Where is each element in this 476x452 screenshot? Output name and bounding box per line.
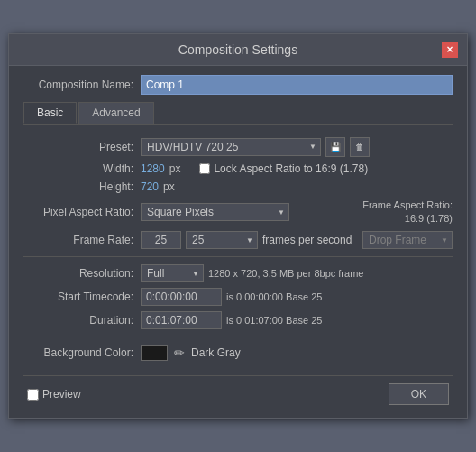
frame-rate-unit: frames per second <box>262 234 352 246</box>
start-timecode-row: Start Timecode: is 0:00:00:00 Base 25 <box>23 288 453 306</box>
bottom-row: Preview OK <box>23 375 453 409</box>
resolution-label: Resolution: <box>23 267 141 280</box>
drop-frame-select[interactable]: Drop Frame <box>362 231 453 249</box>
form-section: Preset: HDV/HDTV 720 25 💾 🗑 <box>23 134 453 371</box>
resolution-select[interactable]: Full <box>141 264 204 282</box>
bg-color-swatch[interactable] <box>141 345 168 361</box>
width-value-col: 1280 px Lock Aspect Ratio to 16:9 (1.78) <box>141 162 453 175</box>
ok-button[interactable]: OK <box>389 383 449 405</box>
frame-rate-dropdown[interactable]: 25 <box>186 231 258 249</box>
pixel-aspect-select-wrapper: Square Pixels <box>141 203 289 221</box>
resolution-select-wrapper: Full <box>141 264 204 282</box>
resolution-row: Resolution: Full 1280 x 720, 3.5 MB per … <box>23 264 453 282</box>
preset-label: Preset: <box>23 141 141 153</box>
preset-save-button[interactable]: 💾 <box>325 137 345 157</box>
frame-rate-value-col: 25 frames per second Drop Frame <box>141 231 453 249</box>
preview-checkbox-wrapper: Preview <box>27 388 81 401</box>
preset-delete-button[interactable]: 🗑 <box>350 137 370 157</box>
pixel-aspect-value-col: Square Pixels Frame Aspect Ratio: 16:9 (… <box>141 198 453 226</box>
width-value[interactable]: 1280 <box>141 162 165 175</box>
start-timecode-label: Start Timecode: <box>23 291 141 303</box>
height-value-col: 720 px <box>141 180 453 193</box>
tab-basic[interactable]: Basic <box>23 102 77 124</box>
lock-aspect-checkbox[interactable] <box>199 163 210 174</box>
frame-rate-label: Frame Rate: <box>23 234 141 246</box>
frame-aspect-value: 16:9 (1.78) <box>405 213 453 224</box>
height-row: Height: 720 px <box>23 180 453 193</box>
start-timecode-input[interactable] <box>141 288 222 306</box>
separator <box>23 256 453 257</box>
preset-value-col: HDV/HDTV 720 25 💾 🗑 <box>141 137 453 157</box>
tabs: Basic Advanced <box>23 102 453 125</box>
duration-row: Duration: is 0:01:07:00 Base 25 <box>23 311 453 329</box>
resolution-info: 1280 x 720, 3.5 MB per 8bpc frame <box>208 268 363 279</box>
dialog-body: Composition Name: Basic Advanced Preset:… <box>9 66 467 419</box>
dialog-title: Composition Settings <box>34 42 442 57</box>
eyedropper-icon: ✏ <box>174 346 185 360</box>
preset-select[interactable]: HDV/HDTV 720 25 <box>141 138 321 156</box>
save-preset-icon: 💾 <box>330 142 341 152</box>
duration-value-col: is 0:01:07:00 Base 25 <box>141 311 453 329</box>
duration-input[interactable] <box>141 311 222 329</box>
lock-aspect-label: Lock Aspect Ratio to 16:9 (1.78) <box>214 162 368 175</box>
preview-label: Preview <box>42 388 81 401</box>
duration-label: Duration: <box>23 314 141 327</box>
width-label: Width: <box>23 162 141 175</box>
width-row: Width: 1280 px Lock Aspect Ratio to 16:9… <box>23 162 453 175</box>
height-unit: px <box>163 180 175 193</box>
delete-preset-icon: 🗑 <box>355 142 364 152</box>
frame-aspect-info: Frame Aspect Ratio: 16:9 (1.78) <box>362 198 453 226</box>
duration-info: is 0:01:07:00 Base 25 <box>226 315 322 326</box>
bg-color-name: Dark Gray <box>191 346 241 359</box>
pixel-aspect-label: Pixel Aspect Ratio: <box>23 206 141 218</box>
start-timecode-value-col: is 0:00:00:00 Base 25 <box>141 288 453 306</box>
close-button[interactable]: × <box>442 42 458 58</box>
comp-name-input[interactable] <box>141 75 453 95</box>
height-label: Height: <box>23 180 141 193</box>
preset-select-wrapper: HDV/HDTV 720 25 <box>141 138 321 156</box>
preview-checkbox[interactable] <box>27 389 39 401</box>
frame-rate-row: Frame Rate: 25 frames per second Drop Fr… <box>23 231 453 249</box>
width-unit: px <box>169 162 181 175</box>
pixel-aspect-select[interactable]: Square Pixels <box>141 203 289 221</box>
tab-advanced[interactable]: Advanced <box>78 102 153 124</box>
comp-name-label: Composition Name: <box>23 78 141 91</box>
lock-aspect-wrapper: Lock Aspect Ratio to 16:9 (1.78) <box>199 162 368 175</box>
resolution-value-col: Full 1280 x 720, 3.5 MB per 8bpc frame <box>141 264 453 282</box>
height-value[interactable]: 720 <box>141 180 159 193</box>
frame-rate-dropdown-wrapper: 25 <box>186 231 258 249</box>
drop-frame-select-wrapper: Drop Frame <box>362 231 453 249</box>
pixel-aspect-row: Pixel Aspect Ratio: Square Pixels Frame … <box>23 198 453 226</box>
bg-color-value-col: ✏ Dark Gray <box>141 345 453 361</box>
title-bar: Composition Settings × <box>9 34 467 66</box>
bg-color-row: Background Color: ✏ Dark Gray <box>23 345 453 361</box>
preset-row: Preset: HDV/HDTV 720 25 💾 🗑 <box>23 137 453 157</box>
frame-rate-input[interactable] <box>141 231 181 249</box>
comp-name-row: Composition Name: <box>23 75 453 95</box>
eyedropper-button[interactable]: ✏ <box>172 346 187 360</box>
separator2 <box>23 337 453 337</box>
composition-settings-dialog: Composition Settings × Composition Name:… <box>8 33 468 420</box>
start-timecode-info: is 0:00:00:00 Base 25 <box>226 291 322 302</box>
bg-color-label: Background Color: <box>23 346 141 359</box>
frame-aspect-label: Frame Aspect Ratio: <box>362 199 453 210</box>
